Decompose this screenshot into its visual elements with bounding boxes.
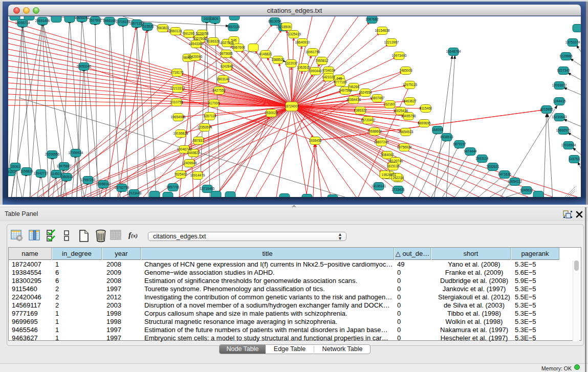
- svg-text:8813054: 8813054: [268, 19, 281, 23]
- svg-text:10958167: 10958167: [96, 182, 111, 186]
- svg-text:10654112: 10654112: [508, 180, 522, 183]
- svg-text:13975887: 13975887: [57, 164, 72, 168]
- svg-text:12409948: 12409948: [182, 161, 197, 165]
- svg-text:1527602: 1527602: [89, 18, 102, 22]
- svg-text:16120746: 16120746: [388, 159, 403, 163]
- svg-text:16914479: 16914479: [190, 173, 205, 177]
- svg-text:1624554: 1624554: [359, 91, 372, 94]
- svg-text:19756928: 19756928: [397, 145, 412, 149]
- svg-text:17957253: 17957253: [81, 178, 96, 182]
- svg-text:1733426: 1733426: [391, 188, 405, 191]
- svg-text:1350513: 1350513: [60, 175, 73, 179]
- svg-text:10653287: 10653287: [75, 16, 90, 19]
- svg-text:10719155: 10719155: [116, 20, 130, 24]
- svg-text:252214: 252214: [393, 176, 404, 180]
- svg-text:7485003: 7485003: [399, 69, 412, 72]
- svg-text:9734024: 9734024: [322, 69, 335, 72]
- svg-text:12093872: 12093872: [552, 83, 567, 87]
- svg-text:3215955: 3215955: [540, 107, 553, 111]
- svg-text:8938913: 8938913: [440, 135, 453, 139]
- svg-text:10025438: 10025438: [394, 109, 408, 113]
- svg-text:14136141: 14136141: [372, 184, 386, 188]
- svg-text:9857791: 9857791: [166, 185, 180, 189]
- svg-text:1156829: 1156829: [20, 169, 33, 173]
- svg-text:62160: 62160: [385, 102, 395, 106]
- svg-text:7663822: 7663822: [156, 26, 169, 30]
- svg-text:2803144: 2803144: [216, 77, 230, 81]
- svg-text:16654923: 16654923: [399, 130, 413, 134]
- svg-text:1322037: 1322037: [285, 61, 298, 65]
- svg-text:12942737: 12942737: [34, 171, 49, 175]
- svg-text:7857224: 7857224: [227, 25, 240, 29]
- svg-text:19055714: 19055714: [15, 21, 30, 25]
- svg-text:20364436: 20364436: [346, 98, 361, 101]
- svg-text:417006: 417006: [208, 101, 220, 105]
- svg-text:16961758: 16961758: [306, 50, 320, 54]
- svg-text:12923448: 12923448: [127, 191, 142, 195]
- svg-text:2718176: 2718176: [170, 71, 184, 74]
- svg-text:13495758: 13495758: [401, 114, 416, 118]
- svg-text:7386322: 7386322: [354, 108, 367, 112]
- svg-text:546: 546: [231, 38, 237, 42]
- svg-text:16543362: 16543362: [189, 42, 204, 46]
- svg-text:9777169: 9777169: [334, 80, 347, 84]
- svg-text:2933114: 2933114: [476, 157, 489, 160]
- svg-text:6497568: 6497568: [339, 89, 352, 92]
- svg-text:9474444: 9474444: [464, 149, 477, 153]
- svg-text:591295: 591295: [183, 32, 194, 35]
- svg-text:9146821: 9146821: [259, 52, 272, 56]
- svg-text:16210643: 16210643: [552, 115, 567, 119]
- svg-text:16154838: 16154838: [375, 29, 390, 32]
- svg-text:8186328: 8186328: [207, 39, 220, 43]
- svg-text:9227343: 9227343: [557, 69, 570, 72]
- svg-text:9242848: 9242848: [220, 64, 233, 68]
- svg-text:19654985: 19654985: [171, 115, 186, 119]
- svg-text:18807249: 18807249: [374, 140, 389, 144]
- svg-text:15692971: 15692971: [556, 128, 571, 132]
- svg-text:1938455: 1938455: [309, 139, 322, 142]
- svg-text:587831: 587831: [193, 139, 204, 142]
- svg-text:10807487: 10807487: [370, 96, 385, 100]
- svg-text:1588520: 1588520: [271, 58, 285, 61]
- svg-text:2530023: 2530023: [265, 111, 278, 115]
- svg-text:18640910: 18640910: [295, 40, 310, 44]
- svg-text:16033809: 16033809: [204, 17, 219, 20]
- svg-text:7625402: 7625402: [174, 172, 187, 176]
- svg-text:11325419: 11325419: [287, 32, 301, 36]
- svg-text:6966160: 6966160: [103, 19, 116, 23]
- svg-text:9245612: 9245612: [520, 188, 533, 192]
- svg-text:7515526: 7515526: [141, 25, 154, 28]
- svg-text:12353594: 12353594: [198, 125, 212, 129]
- svg-text:2087682: 2087682: [365, 17, 379, 21]
- svg-text:13716485: 13716485: [200, 187, 215, 190]
- svg-text:8471636: 8471636: [498, 172, 511, 176]
- svg-text:5875685: 5875685: [220, 52, 233, 55]
- svg-text:1244415: 1244415: [553, 99, 566, 103]
- svg-text:1449822: 1449822: [187, 151, 200, 155]
- svg-text:12975115: 12975115: [403, 83, 418, 86]
- svg-text:8427552: 8427552: [212, 89, 226, 92]
- svg-text:19166825: 19166825: [173, 132, 188, 135]
- svg-text:16782759: 16782759: [115, 186, 129, 189]
- svg-text:6899695: 6899695: [418, 121, 431, 125]
- svg-text:13218506: 13218506: [276, 25, 291, 29]
- svg-text:20053346: 20053346: [77, 64, 92, 68]
- svg-text:10046748: 10046748: [177, 147, 192, 151]
- svg-text:18724007: 18724007: [285, 104, 299, 108]
- svg-text:1362615: 1362615: [297, 65, 310, 69]
- svg-text:1990443: 1990443: [309, 69, 322, 73]
- svg-text:16648784: 16648784: [446, 50, 461, 53]
- svg-text:245: 245: [337, 77, 342, 80]
- svg-text:17016504: 17016504: [561, 143, 576, 147]
- svg-text:20691406: 20691406: [35, 19, 50, 23]
- svg-text:98901: 98901: [183, 56, 192, 59]
- svg-text:5226058: 5226058: [195, 32, 209, 35]
- svg-text:1615132: 1615132: [386, 164, 400, 168]
- svg-text:8660124: 8660124: [169, 29, 182, 33]
- svg-text:7955812: 7955812: [315, 59, 329, 62]
- svg-text:10973493: 10973493: [392, 54, 407, 57]
- svg-text:12213967: 12213967: [384, 40, 399, 44]
- svg-text:114519: 114519: [51, 172, 62, 176]
- svg-text:1421022: 1421022: [322, 75, 335, 79]
- svg-text:9129966: 9129966: [559, 54, 573, 58]
